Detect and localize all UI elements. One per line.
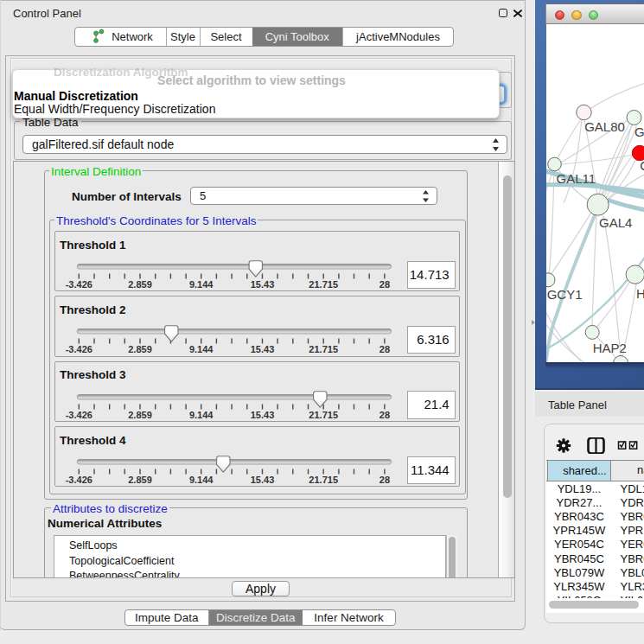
svg-text:15.43: 15.43 — [250, 344, 274, 354]
svg-text:2.859: 2.859 — [128, 475, 152, 485]
svg-text:GA: GA — [634, 124, 644, 139]
svg-text:2.859: 2.859 — [128, 279, 152, 290]
svg-text:GAL4: GAL4 — [599, 215, 632, 230]
svg-text:HAP2: HAP2 — [593, 341, 627, 355]
svg-text:9.144: 9.144 — [189, 475, 214, 485]
svg-text:9.144: 9.144 — [189, 279, 214, 290]
svg-text:-3.426: -3.426 — [65, 475, 92, 485]
svg-text:2.859: 2.859 — [128, 344, 152, 354]
svg-text:-3.426: -3.426 — [65, 344, 92, 354]
svg-text:GCY1: GCY1 — [547, 287, 583, 302]
svg-text:28: 28 — [379, 475, 389, 485]
svg-text:GAL80: GAL80 — [584, 119, 625, 134]
svg-text:21.715: 21.715 — [309, 409, 338, 419]
svg-text:28: 28 — [379, 344, 389, 354]
svg-text:H: H — [636, 286, 644, 301]
svg-text:C: C — [640, 158, 644, 173]
svg-text:21.715: 21.715 — [309, 475, 338, 485]
svg-text:21.715: 21.715 — [309, 279, 338, 290]
svg-text:GAL11: GAL11 — [557, 171, 596, 186]
svg-text:-3.426: -3.426 — [65, 409, 92, 419]
svg-text:28: 28 — [379, 279, 389, 290]
svg-text:9.144: 9.144 — [189, 344, 214, 354]
svg-text:-3.426: -3.426 — [65, 279, 92, 290]
svg-text:21.715: 21.715 — [309, 344, 338, 354]
svg-text:15.43: 15.43 — [250, 475, 274, 485]
svg-text:2.859: 2.859 — [128, 409, 152, 419]
svg-text:9.144: 9.144 — [189, 409, 214, 419]
svg-text:15.43: 15.43 — [250, 409, 274, 419]
svg-text:15.43: 15.43 — [250, 279, 274, 290]
svg-text:28: 28 — [379, 409, 389, 419]
